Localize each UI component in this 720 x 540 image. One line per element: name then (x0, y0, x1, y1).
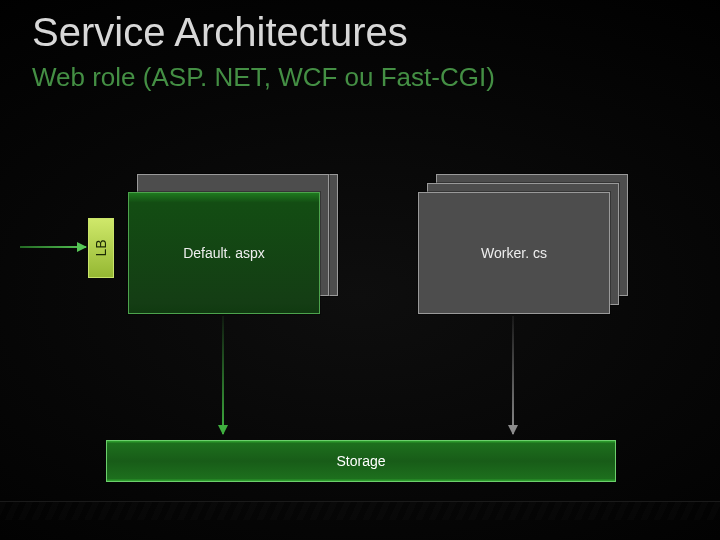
stripes-decor (0, 502, 720, 520)
web-role-card-front: Default. aspx (128, 192, 320, 314)
worker-card-front: Worker. cs (418, 192, 610, 314)
slide-subtitle: Web role (ASP. NET, WCF ou Fast-CGI) (32, 62, 495, 93)
slide-title: Service Architectures (32, 10, 408, 55)
slide: Service Architectures Web role (ASP. NET… (0, 0, 720, 540)
web-role-label: Default. aspx (183, 245, 265, 261)
load-balancer-badge: LB (88, 218, 114, 278)
load-balancer-label: LB (93, 239, 109, 256)
arrow-worker-to-storage (512, 316, 514, 434)
worker-label: Worker. cs (481, 245, 547, 261)
storage-box: Storage (106, 440, 616, 482)
arrow-web-to-storage (222, 316, 224, 434)
storage-label: Storage (336, 453, 385, 469)
input-arrow (20, 246, 86, 248)
